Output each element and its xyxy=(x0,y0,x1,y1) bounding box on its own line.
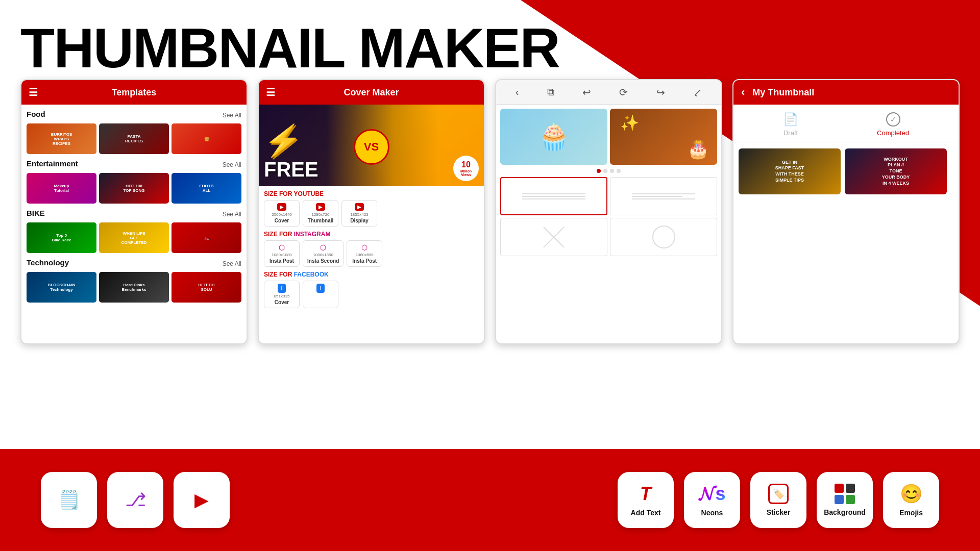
layout-item-1[interactable] xyxy=(500,177,607,215)
sticker-label: Sticker xyxy=(767,508,791,516)
fb-brand: FACEBOOK xyxy=(294,271,329,278)
draft-tab[interactable]: 📄 Draft xyxy=(783,112,798,137)
ig-second-btn[interactable]: ⬡ 1080x1350 Insta Second xyxy=(303,240,344,267)
technology-thumbnails: BLOCKCHAINTechnology Hard DisksBenchmark… xyxy=(27,272,241,303)
history-icon[interactable]: ⟳ xyxy=(619,86,628,98)
bike-thumb-1[interactable]: Top 5Bike Race xyxy=(27,222,96,253)
completed-tab[interactable]: ✓ Completed xyxy=(877,112,909,137)
cover-menu-icon[interactable]: ☰ xyxy=(266,86,275,98)
tech-thumb-2[interactable]: Hard DisksBenchmarks xyxy=(99,272,169,303)
add-text-icon: T xyxy=(640,483,651,505)
cover-maker-header: ☰ Cover Maker xyxy=(259,80,484,105)
background-icon xyxy=(835,484,855,504)
emojis-button[interactable]: 😊 Emojis xyxy=(883,472,939,528)
bike-thumb-2[interactable]: WHEN LIFEGETCOMPLETED xyxy=(99,222,169,253)
save-button[interactable]: 🗒️ xyxy=(41,472,97,528)
layout-item-3[interactable] xyxy=(500,218,607,256)
back-icon[interactable]: ‹ xyxy=(516,86,519,98)
draft-label: Draft xyxy=(783,129,798,137)
bike-see-all[interactable]: See All xyxy=(223,211,241,218)
cover-maker-title: Cover Maker xyxy=(344,87,399,98)
fb-cover-size: 851x315 xyxy=(274,294,290,298)
dot-3[interactable] xyxy=(610,169,614,173)
screen-cover-maker: ☰ Cover Maker ⚡ VS FREE 10 Million Views… xyxy=(258,79,485,344)
fb-page-btn[interactable]: f xyxy=(303,281,338,308)
facebook-size-label: SIZE FOR FACEBOOK xyxy=(264,271,479,278)
ig-brand: INSTAGRAM xyxy=(294,231,331,238)
dot-2[interactable] xyxy=(603,169,607,173)
cover-maker-preview: ⚡ VS FREE 10 Million Views xyxy=(259,105,484,186)
instagram-size-buttons: ⬡ 1080x1080 Insta Post ⬡ 1080x1350 Insta… xyxy=(264,240,479,267)
undo-icon[interactable]: ↩ xyxy=(582,86,591,98)
food-see-all[interactable]: See All xyxy=(223,112,241,119)
sticker-button[interactable]: 🏷️ Sticker xyxy=(750,472,806,528)
completed-thumb-1[interactable]: GET INSHAPE FASTWITH THESESIMPLE TIPS xyxy=(739,148,841,194)
photo-cupcake: 🧁 xyxy=(500,109,607,165)
layout-dots xyxy=(500,169,717,173)
tech-thumb-1[interactable]: BLOCKCHAINTechnology xyxy=(27,272,96,303)
export-icon[interactable]: ⤤ xyxy=(693,86,702,98)
tech-thumb-3[interactable]: HI TECHSOLU xyxy=(172,272,241,303)
facebook-size-buttons: f 851x315 Cover f xyxy=(264,281,479,308)
neons-button[interactable]: 𝓝s Neons xyxy=(684,472,740,528)
cover-free-text: FREE xyxy=(264,158,318,181)
technology-see-all[interactable]: See All xyxy=(223,260,241,267)
layout-grid xyxy=(500,177,717,256)
food-thumbnails: BURRITOSWRAPSRECIPES PASTARECIPES 🍔 xyxy=(27,123,241,154)
layout-item-4[interactable] xyxy=(610,218,717,256)
bike-thumb-3[interactable]: 🏍️ xyxy=(172,222,241,253)
fb-cover-btn[interactable]: f 851x315 Cover xyxy=(264,281,300,308)
menu-icon[interactable]: ☰ xyxy=(29,86,38,98)
food-thumb-2[interactable]: PASTARECIPES xyxy=(99,123,169,154)
youtube-cover-btn[interactable]: ▶ 2560x1440 Cover xyxy=(264,200,300,227)
youtube-display-btn[interactable]: ▶ 1855x423 Display xyxy=(341,200,377,227)
screen-editor: ‹ ⧉ ↩ ⟳ ↪ ⤤ 🧁 ✨ 🎂 xyxy=(495,79,722,344)
screen-templates: ☰ Templates Food See All BURRITOSWRAPSRE… xyxy=(20,79,248,344)
ig-second-name: Insta Second xyxy=(307,258,339,264)
views-badge: 10 Million Views xyxy=(453,156,479,181)
fb-icon-2: f xyxy=(316,284,324,293)
food-category-row: Food See All xyxy=(27,110,241,121)
templates-title: Templates xyxy=(112,87,157,98)
my-thumbnail-header: ‹ My Thumbnail xyxy=(733,80,959,105)
dot-1[interactable] xyxy=(597,169,601,173)
ent-thumb-3[interactable]: FOOTBALL xyxy=(172,173,241,204)
youtube-thumbnail-btn[interactable]: ▶ 1280x720 Thumbnail xyxy=(303,200,338,227)
entertainment-see-all[interactable]: See All xyxy=(223,161,241,168)
toolbar-right: T Add Text 𝓝s Neons 🏷️ Sticker xyxy=(618,472,939,528)
dot-4[interactable] xyxy=(617,169,621,173)
ent-thumb-2[interactable]: HOT 100TOP SONG xyxy=(99,173,169,204)
my-thumbnail-back[interactable]: ‹ xyxy=(741,86,745,99)
ig-post2-btn[interactable]: ⬡ 1080x556 Insta Post xyxy=(347,240,382,267)
youtube-icon: ▶ xyxy=(194,489,209,511)
food-thumb-3[interactable]: 🍔 xyxy=(172,123,241,154)
vs-badge: VS xyxy=(354,129,389,165)
ent-thumb-1[interactable]: MakeupTutorial xyxy=(27,173,96,204)
fb-cover-name: Cover xyxy=(275,299,289,305)
fb-label-text: SIZE FOR xyxy=(264,271,294,278)
completed-thumb-2[interactable]: WORKOUTPLAN //TONEYOUR BODYIN 4 WEEKS xyxy=(845,148,947,194)
toolbar-left: 🗒️ ⎇ ▶ xyxy=(41,472,230,528)
instagram-size-label: SIZE FOR INSTAGRAM xyxy=(264,231,479,238)
completed-check-icon: ✓ xyxy=(886,112,900,127)
layers-icon[interactable]: ⧉ xyxy=(547,86,554,98)
youtube-button[interactable]: ▶ xyxy=(174,472,230,528)
yt-icon-cover: ▶ xyxy=(277,203,286,211)
completed-label: Completed xyxy=(877,129,909,137)
fb-icon-1: f xyxy=(278,284,285,293)
share-button[interactable]: ⎇ xyxy=(107,472,163,528)
bike-category-row: BIKE See All xyxy=(27,209,241,220)
redo-icon[interactable]: ↪ xyxy=(656,86,665,98)
save-icon: 🗒️ xyxy=(58,489,81,511)
display-size-num: 1855x423 xyxy=(350,212,368,217)
ig-post-btn[interactable]: ⬡ 1080x1080 Insta Post xyxy=(264,240,300,267)
background-button[interactable]: Background xyxy=(817,472,873,528)
display-size-name: Display xyxy=(350,218,369,223)
youtube-brand: YOUTUBE xyxy=(293,190,324,197)
sparkle-icon: ✨ xyxy=(620,114,639,132)
add-text-button[interactable]: T Add Text xyxy=(618,472,674,528)
food-thumb-1[interactable]: BURRITOSWRAPSRECIPES xyxy=(27,123,96,154)
layout-item-2[interactable] xyxy=(610,177,717,215)
completed-thumbnails: GET INSHAPE FASTWITH THESESIMPLE TIPS WO… xyxy=(733,142,959,201)
emojis-label: Emojis xyxy=(899,509,923,517)
